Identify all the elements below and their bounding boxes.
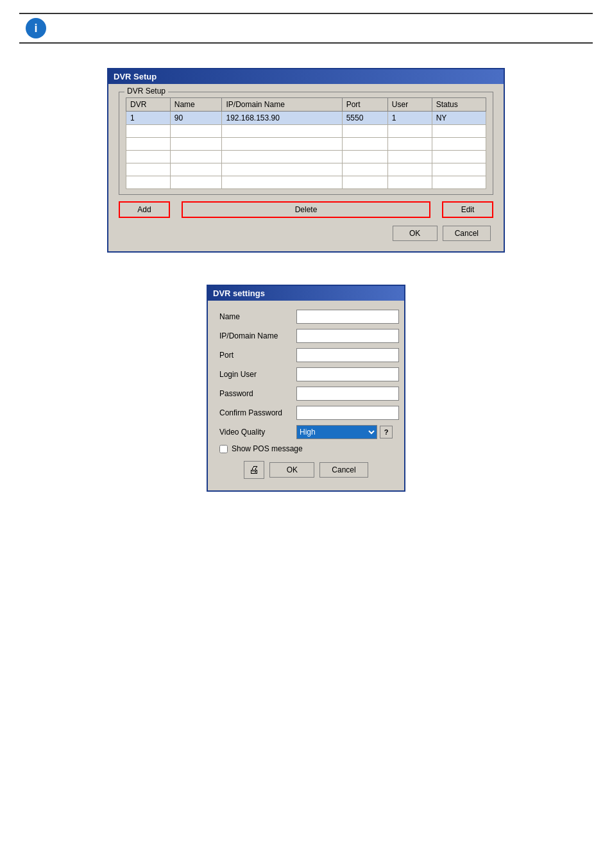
settings-cancel-button[interactable]: Cancel	[319, 462, 368, 478]
label-password: Password	[219, 389, 296, 398]
dvr-action-buttons: Add Delete Edit	[119, 201, 493, 218]
settings-ok-button[interactable]: OK	[269, 462, 314, 478]
label-login: Login User	[219, 370, 296, 379]
table-row[interactable]: 190192.168.153.9055501NY	[126, 112, 486, 125]
col-ip: IP/Domain Name	[222, 98, 342, 112]
col-status: Status	[432, 98, 486, 112]
show-pos-label: Show POS message	[232, 444, 303, 453]
label-name: Name	[219, 312, 296, 321]
printer-button[interactable]: 🖨	[244, 461, 264, 479]
col-name: Name	[170, 98, 222, 112]
field-port-row: Port	[219, 348, 393, 362]
table-row[interactable]	[126, 125, 486, 138]
field-login-row: Login User	[219, 367, 393, 381]
dvr-settings-body: Name IP/Domain Name Port Login User Pass…	[208, 301, 404, 490]
label-confirm-pw: Confirm Password	[219, 408, 296, 417]
ok-button[interactable]: OK	[393, 226, 438, 241]
label-port: Port	[219, 351, 296, 360]
edit-button[interactable]: Edit	[442, 201, 493, 218]
dvr-setup-body: DVR Setup DVR Name IP/Domain Name Port U…	[108, 84, 504, 251]
input-password[interactable]	[296, 387, 399, 401]
label-ip: IP/Domain Name	[219, 331, 296, 340]
show-pos-checkbox[interactable]	[219, 445, 228, 453]
col-dvr: DVR	[126, 98, 171, 112]
video-quality-select[interactable]: High Medium Low	[296, 425, 377, 439]
input-confirm-pw[interactable]	[296, 406, 399, 420]
col-port: Port	[342, 98, 387, 112]
input-ip[interactable]	[296, 329, 399, 343]
info-banner: i	[19, 13, 593, 44]
dvr-setup-groupbox: DVR Setup DVR Name IP/Domain Name Port U…	[119, 92, 493, 195]
cancel-button[interactable]: Cancel	[443, 226, 491, 241]
dvr-settings-wrapper: DVR settings Name IP/Domain Name Port Lo…	[19, 285, 593, 492]
input-port[interactable]	[296, 348, 399, 362]
dvr-settings-dialog: DVR settings Name IP/Domain Name Port Lo…	[207, 285, 405, 492]
table-row[interactable]	[126, 151, 486, 163]
add-button[interactable]: Add	[119, 201, 170, 218]
table-row[interactable]	[126, 138, 486, 151]
input-login[interactable]	[296, 367, 399, 381]
group-box-label: DVR Setup	[124, 87, 168, 96]
dvr-setup-footer: OK Cancel	[119, 222, 493, 244]
info-icon: i	[26, 18, 46, 38]
field-video-quality-row: Video Quality High Medium Low ?	[219, 425, 393, 439]
dvr-setup-titlebar: DVR Setup	[108, 69, 504, 84]
table-row[interactable]	[126, 163, 486, 176]
delete-button[interactable]: Delete	[182, 201, 430, 218]
label-video-quality: Video Quality	[219, 428, 296, 437]
dvr-settings-titlebar: DVR settings	[208, 286, 404, 301]
help-button[interactable]: ?	[380, 426, 393, 438]
field-confirm-pw-row: Confirm Password	[219, 406, 393, 420]
table-row[interactable]	[126, 176, 486, 189]
show-pos-row: Show POS message	[219, 444, 393, 453]
dvr-table: DVR Name IP/Domain Name Port User Status…	[126, 97, 486, 189]
settings-footer: 🖨 OK Cancel	[219, 461, 393, 481]
dvr-setup-wrapper: DVR Setup DVR Setup DVR Name IP/Domain N…	[19, 68, 593, 253]
input-name[interactable]	[296, 310, 399, 324]
dvr-setup-dialog: DVR Setup DVR Setup DVR Name IP/Domain N…	[107, 68, 505, 253]
field-ip-row: IP/Domain Name	[219, 329, 393, 343]
video-quality-container: High Medium Low ?	[296, 425, 393, 439]
field-name-row: Name	[219, 310, 393, 324]
field-password-row: Password	[219, 387, 393, 401]
col-user: User	[387, 98, 432, 112]
